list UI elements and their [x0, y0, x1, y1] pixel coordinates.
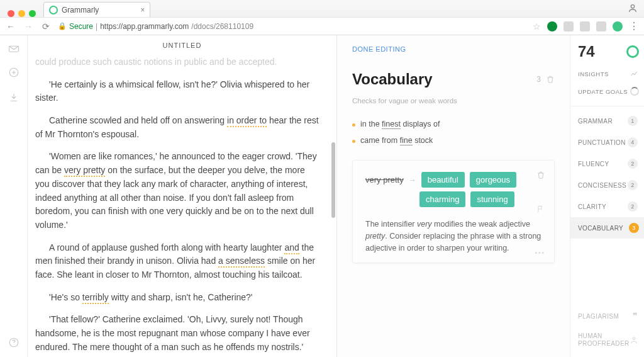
category-clarity[interactable]: CLARITY2: [578, 196, 639, 217]
app-root: UNTITLED could produce such caustic noti…: [0, 35, 644, 357]
maximize-window-icon[interactable]: [29, 10, 36, 17]
doc-paragraph: 'He's so terribly witty and sharp, isn't…: [35, 291, 319, 305]
suggestion-chip[interactable]: gorgeous: [470, 172, 516, 188]
suggestions-panel: DONE EDITING Vocabulary 3 Checks for vag…: [337, 35, 570, 357]
minimize-window-icon[interactable]: [18, 10, 25, 17]
window-controls[interactable]: [5, 5, 40, 17]
new-document-icon[interactable]: [8, 67, 19, 78]
insights-link[interactable]: INSIGHTS: [578, 71, 609, 77]
insights-icon: [630, 69, 639, 78]
done-editing-link[interactable]: DONE EDITING: [352, 45, 555, 53]
suggestion-chip[interactable]: stunning: [470, 191, 514, 207]
quotes-icon: ❞: [633, 311, 638, 321]
issue-count: 3: [536, 75, 541, 84]
suggestion-card: ••• very pretty → beautiful gorgeous cha…: [352, 160, 555, 263]
category-punctuation[interactable]: PUNCTUATION4: [578, 132, 639, 153]
svg-point-0: [631, 5, 634, 8]
bullet-icon: [352, 140, 355, 143]
flag-icon[interactable]: [536, 205, 545, 213]
panel-count-group: 3: [536, 75, 555, 84]
issue-item[interactable]: in the finest displays of: [352, 116, 555, 132]
document-body[interactable]: could produce such caustic notions in pu…: [28, 55, 336, 357]
doc-paragraph: 'He certainly is a whimsical fellow, isn…: [35, 78, 319, 105]
update-goals-link[interactable]: UPDATE GOALS: [578, 88, 628, 95]
account-icon[interactable]: [628, 3, 638, 13]
tab-title: Grammarly: [62, 6, 99, 14]
help-icon[interactable]: [8, 337, 19, 348]
category-vocabulary[interactable]: VOCABULARY3: [570, 217, 644, 239]
suggestion-chip[interactable]: beautiful: [421, 172, 465, 188]
extension-icon[interactable]: [547, 21, 557, 31]
lock-icon: 🔒: [58, 22, 67, 30]
doc-paragraph: could produce such caustic notions in pu…: [35, 55, 319, 69]
extension-icons: ⋮: [547, 21, 639, 31]
browser-tab[interactable]: Grammarly ×: [43, 2, 150, 17]
doc-paragraph: 'Women are like romances,' he announced …: [35, 150, 319, 232]
documents-icon[interactable]: [8, 44, 19, 53]
human-proofreader-link[interactable]: HUMAN PROOFREADER: [578, 327, 639, 353]
underline-issue[interactable]: terribly: [82, 292, 109, 304]
url-host: https://app.grammarly.com: [100, 22, 189, 31]
doc-paragraph: Catherine scowled and held off on answer…: [35, 114, 319, 141]
panel-title: Vocabulary: [352, 71, 433, 88]
trash-icon[interactable]: [546, 75, 555, 84]
left-rail: [0, 35, 28, 357]
card-description: The intensifier very modifies the weak a…: [365, 218, 541, 254]
underline-issue[interactable]: and: [284, 242, 299, 254]
grammarly-logo-icon[interactable]: [626, 45, 639, 58]
arrow-right-icon: →: [409, 176, 416, 184]
underline-issue[interactable]: very pretty: [64, 165, 105, 177]
original-phrase: very pretty: [365, 175, 404, 184]
underline-issue[interactable]: a senseless: [218, 256, 265, 268]
back-button[interactable]: [5, 21, 16, 31]
right-rail: 74 INSIGHTS UPDATE GOALS GRAMMAR1 PUNCTU…: [570, 35, 644, 357]
scrollbar-thumb[interactable]: [331, 142, 335, 218]
extension-icon[interactable]: [580, 21, 590, 31]
doc-paragraph: 'That fellow?' Catherine exclaimed. 'Oh,…: [35, 313, 319, 354]
extension-icon[interactable]: [596, 21, 606, 31]
doc-paragraph: A round of applause gushed forth along w…: [35, 241, 319, 282]
url-path: /ddocs/268110109: [191, 22, 253, 31]
download-icon[interactable]: [8, 92, 19, 103]
bullet-icon: [352, 123, 355, 127]
editor-pane: UNTITLED could produce such caustic noti…: [28, 35, 337, 357]
forward-button: [23, 21, 34, 31]
score: 74: [578, 43, 595, 60]
tab-close-icon[interactable]: ×: [140, 6, 145, 14]
goals-spinner-icon: [630, 87, 639, 96]
underline-issue[interactable]: in order to: [227, 115, 267, 127]
person-icon: [630, 336, 638, 344]
url-field[interactable]: 🔒 Secure | https://app.grammarly.com/ddo…: [58, 22, 526, 31]
trash-icon[interactable]: [536, 171, 545, 179]
suggestion-chip[interactable]: charming: [419, 191, 465, 207]
panel-subtitle: Checks for vague or weak words: [352, 97, 555, 105]
secure-label: Secure: [69, 22, 93, 31]
browser-chrome: Grammarly × 🔒 Secure | https://app.gramm…: [0, 0, 644, 35]
grammarly-extension-icon[interactable]: [613, 21, 623, 31]
document-title[interactable]: UNTITLED: [28, 35, 336, 55]
extension-icon[interactable]: [564, 21, 574, 31]
browser-menu-icon[interactable]: ⋮: [629, 21, 639, 31]
close-window-icon[interactable]: [8, 10, 14, 17]
category-grammar[interactable]: GRAMMAR1: [578, 110, 639, 132]
svg-point-4: [633, 337, 635, 340]
reload-button[interactable]: [40, 21, 52, 31]
issue-item[interactable]: came from fine stock: [352, 132, 555, 149]
plagiarism-link[interactable]: PLAGIARISM ❞: [578, 305, 639, 327]
more-icon[interactable]: •••: [535, 249, 545, 256]
category-fluency[interactable]: FLUENCY2: [578, 153, 639, 174]
grammarly-favicon-icon: [49, 6, 58, 14]
bookmark-icon[interactable]: ☆: [533, 21, 541, 31]
address-bar: 🔒 Secure | https://app.grammarly.com/ddo…: [0, 17, 644, 35]
category-conciseness[interactable]: CONCISENESS2: [578, 174, 639, 196]
